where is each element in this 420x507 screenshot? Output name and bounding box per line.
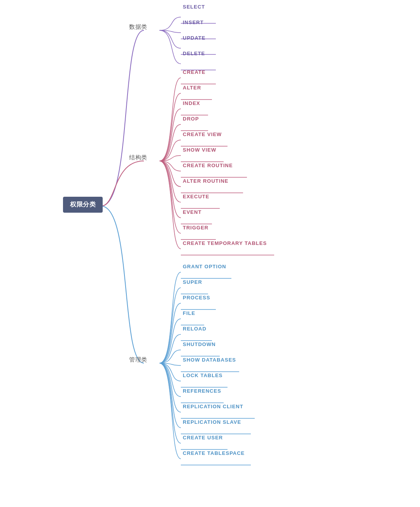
leaf-process: PROCESS	[183, 295, 210, 301]
category-admin: 管理类	[129, 356, 147, 364]
leaf-delete: DELETE	[183, 51, 205, 56]
leaf-trigger: TRIGGER	[183, 225, 208, 231]
leaf-drop: DROP	[183, 116, 199, 122]
leaf-create-routine: CREATE ROUTINE	[183, 163, 233, 168]
leaf-execute: EXECUTE	[183, 194, 209, 199]
leaf-reload: RELOAD	[183, 326, 206, 332]
leaf-alter-routine: ALTER ROUTINE	[183, 178, 228, 184]
leaf-index: INDEX	[183, 100, 200, 106]
leaf-references: REFERENCES	[183, 388, 221, 394]
leaf-grant-option: GRANT OPTION	[183, 264, 226, 269]
leaf-replication-client: REPLICATION CLIENT	[183, 404, 243, 409]
leaf-create: CREATE	[183, 69, 205, 75]
leaf-super: SUPER	[183, 279, 202, 285]
leaf-create-user: CREATE USER	[183, 435, 223, 441]
leaf-update: UPDATE	[183, 35, 205, 41]
diagram-container: 权限分类 数据类 SELECT INSERT UPDATE DELETE 结构类…	[0, 0, 420, 507]
leaf-show-databases: SHOW DATABASES	[183, 357, 236, 363]
leaf-lock-tables: LOCK TABLES	[183, 372, 222, 378]
leaf-alter: ALTER	[183, 85, 201, 91]
leaf-select: SELECT	[183, 4, 205, 10]
category-data: 数据类	[129, 23, 147, 31]
leaf-event: EVENT	[183, 209, 201, 215]
leaf-create-view: CREATE VIEW	[183, 131, 222, 137]
leaf-replication-slave: REPLICATION SLAVE	[183, 419, 241, 425]
category-struct: 结构类	[129, 154, 147, 161]
leaf-show-view: SHOW VIEW	[183, 147, 216, 153]
leaf-create-tablespace: CREATE TABLESPACE	[183, 450, 245, 456]
leaf-file: FILE	[183, 310, 195, 316]
leaf-create-temp-tables: CREATE TEMPORARY TABLES	[183, 240, 267, 246]
leaf-shutdown: SHUTDOWN	[183, 341, 216, 347]
leaf-insert: INSERT	[183, 19, 204, 25]
root-node: 权限分类	[63, 197, 103, 213]
diagram-svg	[0, 0, 420, 507]
